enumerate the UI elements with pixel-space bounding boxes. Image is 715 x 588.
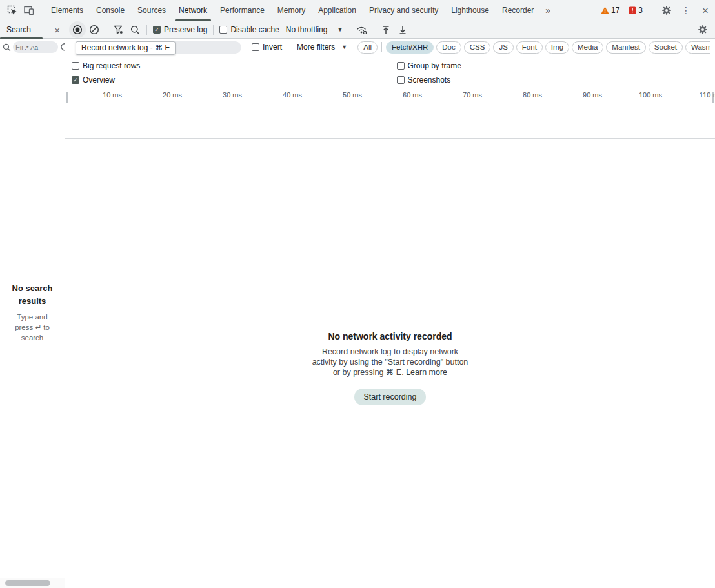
overview-right-grip[interactable] bbox=[712, 92, 714, 103]
import-har-icon[interactable] bbox=[378, 21, 394, 38]
timeline-tick: 70 ms bbox=[425, 89, 485, 138]
divider bbox=[146, 25, 147, 35]
chip-wasm[interactable]: Wasm bbox=[685, 41, 710, 54]
refresh-icon[interactable] bbox=[60, 43, 65, 52]
search-empty-message: No search results Type and press ↵ to se… bbox=[0, 56, 65, 588]
disable-cache-checkbox[interactable]: Disable cache bbox=[217, 25, 281, 34]
empty-state-title: No network activity recorded bbox=[312, 331, 468, 341]
group-by-frame-checkbox[interactable]: Group by frame bbox=[390, 61, 715, 70]
tab-label: Recorder bbox=[502, 6, 534, 15]
record-icon[interactable] bbox=[69, 21, 86, 38]
divider bbox=[350, 25, 350, 35]
timeline-tick: 100 ms bbox=[605, 89, 665, 138]
more-filters-dropdown[interactable]: More filters ▼ bbox=[292, 43, 352, 52]
network-overview-timeline[interactable]: 10 ms 20 ms 30 ms 40 ms 50 ms 60 ms 70 m… bbox=[65, 89, 715, 139]
invert-checkbox[interactable]: Invert bbox=[249, 43, 285, 52]
tab-lighthouse[interactable]: Lighthouse bbox=[445, 0, 496, 21]
menu-kebab-icon[interactable]: ⋮ bbox=[678, 2, 694, 19]
tab-elements[interactable]: Elements bbox=[45, 0, 90, 21]
network-settings-gear-icon[interactable] bbox=[694, 21, 711, 38]
search-icon bbox=[3, 43, 11, 52]
more-filters-label: More filters bbox=[297, 43, 335, 52]
big-request-rows-checkbox[interactable]: Big request rows bbox=[65, 61, 390, 70]
timeline-tick: 90 ms bbox=[545, 89, 605, 138]
empty-state-description: Record network log to display network ac… bbox=[312, 347, 468, 378]
timeline-tick: 40 ms bbox=[245, 89, 305, 138]
tab-console[interactable]: Console bbox=[90, 0, 131, 21]
preserve-log-checkbox[interactable]: ✓ Preserve log bbox=[150, 25, 210, 34]
tab-label: Lighthouse bbox=[451, 6, 489, 15]
chip-css[interactable]: CSS bbox=[464, 41, 491, 54]
chip-font[interactable]: Font bbox=[516, 41, 543, 54]
record-tooltip: Record network log - ⌘ E bbox=[76, 41, 176, 55]
network-panel: Record network log - ⌘ E Invert More fil… bbox=[65, 39, 715, 588]
chip-fetch-xhr[interactable]: Fetch/XHR bbox=[386, 41, 434, 54]
close-devtools-icon[interactable]: × bbox=[697, 2, 714, 19]
divider bbox=[288, 42, 288, 52]
search-sidebar: .* Aa No search results Type and press ↵… bbox=[0, 39, 65, 588]
checkbox-label: Overview bbox=[83, 76, 115, 85]
chip-manifest[interactable]: Manifest bbox=[606, 41, 645, 54]
tab-privacy-and-security[interactable]: Privacy and security bbox=[363, 0, 445, 21]
network-options: Big request rows Group by frame ✓ Overvi… bbox=[65, 56, 715, 89]
clear-icon[interactable] bbox=[86, 21, 103, 38]
tab-label: Privacy and security bbox=[369, 6, 438, 15]
timeline-tick: 60 ms bbox=[365, 89, 425, 138]
chip-js[interactable]: JS bbox=[493, 41, 513, 54]
request-type-chips: All Fetch/XHR Doc CSS JS Font Img Media … bbox=[358, 41, 710, 54]
search-input[interactable] bbox=[15, 43, 23, 51]
checkbox-box bbox=[72, 62, 79, 70]
checkbox-box bbox=[397, 76, 405, 84]
checkbox-label: Big request rows bbox=[83, 61, 140, 70]
chip-media[interactable]: Media bbox=[572, 41, 603, 54]
tab-label: Sources bbox=[137, 6, 166, 15]
chip-img[interactable]: Img bbox=[545, 41, 569, 54]
tab-performance[interactable]: Performance bbox=[214, 0, 271, 21]
tab-application[interactable]: Application bbox=[312, 0, 363, 21]
chip-all[interactable]: All bbox=[358, 41, 378, 54]
search-drawer-tab[interactable]: Search × bbox=[0, 21, 65, 39]
chevron-down-icon: ▼ bbox=[337, 26, 343, 33]
search-empty-title: No search results bbox=[4, 282, 61, 308]
chip-socket[interactable]: Socket bbox=[649, 41, 683, 54]
scrollbar-thumb[interactable] bbox=[5, 580, 50, 586]
export-har-icon[interactable] bbox=[394, 21, 411, 38]
tab-network[interactable]: Network bbox=[172, 0, 214, 21]
overview-left-grip[interactable] bbox=[66, 92, 68, 103]
network-filter-bar: Record network log - ⌘ E Invert More fil… bbox=[65, 39, 715, 56]
timeline-tick: 20 ms bbox=[125, 89, 185, 138]
warning-count: 17 bbox=[611, 6, 619, 15]
more-tabs-icon[interactable]: » bbox=[540, 5, 556, 15]
checkbox-label: Screenshots bbox=[408, 76, 451, 85]
tab-label: Console bbox=[96, 6, 125, 15]
tab-memory[interactable]: Memory bbox=[271, 0, 312, 21]
throttling-select[interactable]: No throttling ▼ bbox=[282, 25, 347, 34]
timeline-tick: 80 ms bbox=[485, 89, 545, 138]
settings-gear-icon[interactable] bbox=[658, 2, 675, 19]
device-toolbar-icon[interactable] bbox=[21, 2, 37, 19]
checkbox-label: Invert bbox=[263, 43, 282, 52]
tab-recorder[interactable]: Recorder bbox=[496, 0, 540, 21]
tab-sources[interactable]: Sources bbox=[131, 0, 172, 21]
tab-label: Memory bbox=[277, 6, 305, 15]
network-conditions-icon[interactable] bbox=[354, 21, 370, 38]
tab-label: Performance bbox=[220, 6, 265, 15]
chip-doc[interactable]: Doc bbox=[436, 41, 461, 54]
regex-toggle[interactable]: .* bbox=[25, 44, 28, 51]
search-sidebar-toolbar: .* Aa bbox=[0, 39, 65, 56]
inspect-element-icon[interactable] bbox=[4, 2, 21, 19]
close-search-icon[interactable]: × bbox=[54, 25, 60, 35]
content-area: .* Aa No search results Type and press ↵… bbox=[0, 39, 715, 588]
issues-badge[interactable]: 3 bbox=[625, 6, 646, 15]
checkbox-box bbox=[219, 26, 227, 34]
overview-checkbox[interactable]: ✓ Overview bbox=[65, 76, 390, 85]
sidebar-horizontal-scrollbar[interactable] bbox=[0, 578, 65, 588]
match-case-toggle[interactable]: Aa bbox=[30, 44, 38, 51]
screenshots-checkbox[interactable]: Screenshots bbox=[390, 76, 715, 85]
search-requests-icon[interactable] bbox=[126, 21, 143, 38]
learn-more-link[interactable]: Learn more bbox=[406, 368, 447, 377]
filter-funnel-icon[interactable] bbox=[110, 21, 126, 38]
divider bbox=[381, 42, 382, 52]
start-recording-button[interactable]: Start recording bbox=[354, 389, 427, 405]
warnings-badge[interactable]: 17 bbox=[598, 6, 623, 15]
